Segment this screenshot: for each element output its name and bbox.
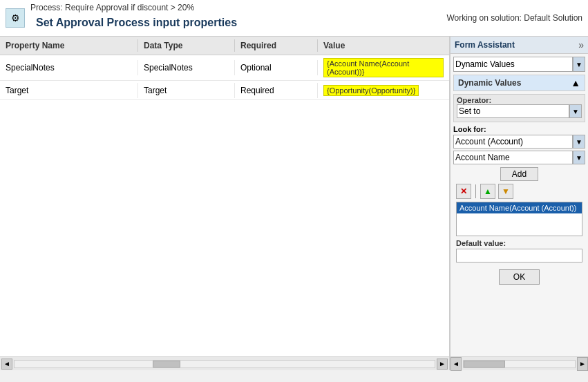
lookfor-row-2: Account Name ▼ [453,151,585,164]
table-row: SpecialNotes SpecialNotes Optional {Acco… [0,55,449,81]
dynamic-values-section: Dynamic Values ▼ Dynamic Values ▲ Operat… [451,54,588,292]
action-row: ✕ ▲ ▼ [453,184,585,199]
dynamic-values-label: Dynamic Values [455,59,515,69]
right-scroll-track[interactable] [463,360,576,368]
cell-value-1[interactable]: {Account Name(Account (Account))} [318,55,449,80]
expand-icon[interactable]: » [578,39,584,50]
gear-icon: ⚙ [6,8,25,28]
operator-value: Set to [459,106,480,116]
cell-property-name-1: SpecialNotes [0,60,138,75]
horizontal-scrollbar: ◄ ► [0,356,449,370]
col-property-name: Property Name [0,39,138,52]
left-panel: Property Name Data Type Required Value S… [0,37,450,370]
top-bar: ⚙ Process: Require Approval if discount … [0,0,588,37]
lookfor-section: Look for: Account (Account) ▼ Account Na… [453,125,585,164]
operator-label: Operator: [457,96,582,104]
default-value-label: Default value: [456,239,582,247]
col-required: Required [235,39,318,52]
value-tag-1[interactable]: {Account Name(Account (Account))} [323,58,444,77]
lookfor-arrow-2[interactable]: ▼ [573,151,585,164]
cell-required-1: Optional [235,60,318,75]
lookfor-option-2: Account Name [455,153,510,162]
right-panel: Form Assistant » Dynamic Values ▼ Dynami… [450,37,588,370]
panel-header: Form Assistant » [451,37,588,54]
lookfor-label: Look for: [453,125,585,133]
value-tag-2[interactable]: {Opportunity(Opportunity)} [323,85,419,96]
col-data-type: Data Type [138,39,235,52]
operator-section: Operator: Set to ▼ [453,94,585,122]
dynamic-values-arrow[interactable]: ▼ [573,57,585,72]
delete-button[interactable]: ✕ [456,184,471,199]
page-title: Set Approval Process input properties [30,12,243,33]
values-list: Account Name(Account (Account)) [456,202,582,236]
move-up-button[interactable]: ▲ [480,184,495,199]
scroll-thumb[interactable] [153,361,180,367]
lookfor-select-2[interactable]: Account Name [453,151,573,164]
cell-required-2: Required [235,83,318,98]
ok-button[interactable]: OK [499,269,540,285]
cell-dtype-2: Target [138,83,235,98]
right-scroll-left-arrow[interactable]: ◄ [451,357,462,371]
table-header: Property Name Data Type Required Value [0,37,449,55]
move-down-button[interactable]: ▼ [498,184,513,199]
process-title: Process: Require Approval if discount > … [30,3,243,12]
section-label: Dynamic Values [458,78,521,88]
col-value: Value [318,39,449,52]
working-on-label: Working on solution: Default Solution [446,13,582,23]
cell-dtype-1: SpecialNotes [138,60,235,75]
dynamic-values-dropdown[interactable]: Dynamic Values [453,57,573,72]
main-layout: Property Name Data Type Required Value S… [0,37,588,370]
values-item-selected[interactable]: Account Name(Account (Account)) [457,202,582,213]
scroll-track[interactable] [14,360,435,368]
operator-select-arrow[interactable]: ▼ [569,104,582,118]
default-value-section: Default value: [453,236,585,265]
section-collapse: Dynamic Values ▲ [453,75,585,91]
cell-property-name-2: Target [0,83,138,98]
divider [475,184,476,198]
default-value-input[interactable] [456,249,582,262]
scroll-right-arrow[interactable]: ► [437,359,448,370]
panel-title: Form Assistant [455,40,515,50]
dynamic-values-row: Dynamic Values ▼ [453,57,585,72]
operator-select[interactable]: Set to [457,104,569,118]
lookfor-arrow-1[interactable]: ▼ [573,135,585,149]
operator-select-row: Set to ▼ [457,104,582,118]
right-scroll-thumb[interactable] [464,361,505,367]
right-scrollbar: ◄ ► [451,356,588,370]
right-scroll-right-arrow[interactable]: ► [577,357,588,371]
collapse-button[interactable]: ▲ [571,77,580,88]
table-row: Target Target Required {Opportunity(Oppo… [0,81,449,100]
scroll-left-arrow[interactable]: ◄ [1,359,12,370]
lookfor-select-1[interactable]: Account (Account) [453,135,573,149]
add-button[interactable]: Add [500,167,538,181]
lookfor-row-1: Account (Account) ▼ [453,135,585,149]
lookfor-option-1: Account (Account) [455,137,523,146]
cell-value-2[interactable]: {Opportunity(Opportunity)} [318,82,449,99]
